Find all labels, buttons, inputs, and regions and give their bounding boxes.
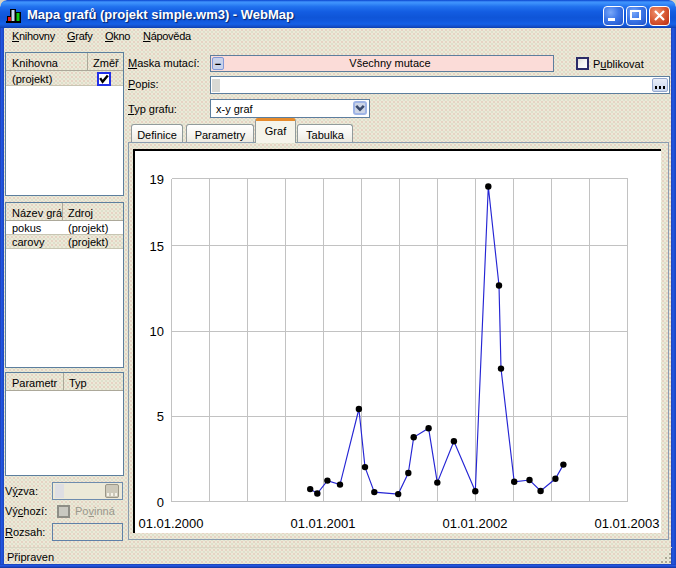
svg-text:01.01.2003: 01.01.2003 xyxy=(594,516,659,531)
svg-text:15: 15 xyxy=(150,239,164,254)
svg-text:0: 0 xyxy=(157,495,164,510)
svg-text:01.01.2002: 01.01.2002 xyxy=(442,516,507,531)
svg-text:10: 10 xyxy=(150,324,164,339)
svg-text:01.01.2000: 01.01.2000 xyxy=(138,516,203,531)
svg-text:19: 19 xyxy=(150,172,164,187)
svg-text:01.01.2001: 01.01.2001 xyxy=(290,516,355,531)
svg-text:5: 5 xyxy=(157,409,164,424)
